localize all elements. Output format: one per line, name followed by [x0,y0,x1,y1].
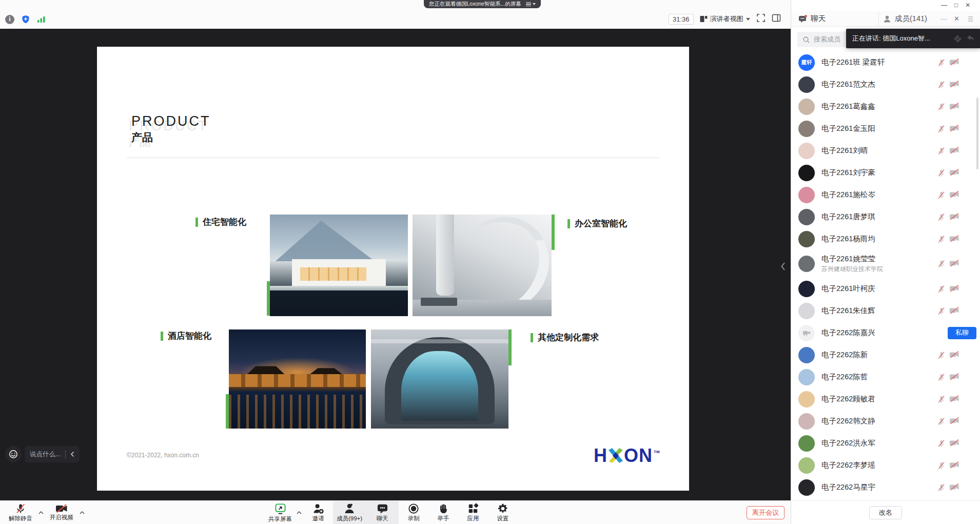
member-row[interactable]: 电子2261刘宇豪 [791,162,980,184]
camera-muted-icon[interactable] [949,190,959,199]
mic-muted-icon[interactable] [937,259,946,268]
panel-close-button[interactable]: ✕ [954,15,959,23]
mic-muted-icon[interactable] [937,351,946,360]
mic-muted-icon[interactable] [937,417,946,426]
mic-muted-icon[interactable] [937,395,946,404]
chat-button[interactable]: 聊天 [366,501,399,524]
mic-muted-icon[interactable] [937,483,946,492]
mic-muted-icon[interactable] [937,168,946,178]
camera-muted-icon[interactable] [949,306,959,315]
mic-muted-icon[interactable] [937,80,946,89]
camera-muted-icon[interactable] [949,146,959,154]
camera-muted-icon[interactable] [949,439,959,447]
member-row[interactable]: 电子2262陈哲 [791,366,980,388]
camera-muted-icon[interactable] [949,483,959,491]
member-row[interactable]: 电子2262韩文静 [791,410,980,432]
mic-muted-icon[interactable] [937,461,946,470]
camera-muted-icon[interactable] [949,373,959,381]
chat-bubble-icon [798,15,807,23]
chevron-left-icon[interactable] [70,451,74,457]
avatar [798,256,815,272]
minimize-button[interactable]: — [941,2,947,9]
member-row[interactable]: 电子2262陈新 [791,344,980,366]
camera-muted-icon[interactable] [949,395,959,403]
share-screen-icon [275,503,286,515]
camera-muted-icon[interactable] [949,235,959,243]
window-close-button[interactable]: ✕ [965,2,970,9]
camera-muted-icon[interactable] [949,80,959,88]
members-button[interactable]: 成员(99+) [333,501,366,524]
member-list-scrollbar[interactable] [976,98,978,169]
member-row[interactable]: 电子2261姚莹莹 苏州健雄职业技术学院 [791,250,980,278]
banner-menu-button[interactable] [526,2,536,7]
mic-muted-icon[interactable] [937,124,946,133]
scrollbar-handle-icon[interactable] [968,16,973,22]
member-row[interactable]: 电子2262李梦瑶 [791,454,980,476]
mic-muted-icon[interactable] [937,284,946,294]
member-row[interactable]: 电子2261唐梦琪 [791,206,980,228]
camera-muted-icon[interactable] [949,102,959,110]
private-chat-button[interactable]: 私聊 [948,327,976,339]
side-panel-toggle-icon[interactable] [772,14,781,24]
panel-collapse-handle[interactable] [780,262,786,273]
camera-muted-icon[interactable] [949,284,959,293]
camera-muted-icon[interactable] [949,124,959,132]
start-video-button[interactable]: 开启视频 [45,501,78,524]
shield-icon[interactable] [21,14,30,24]
mic-muted-icon[interactable] [937,102,946,111]
maximize-button[interactable]: □ [954,2,958,9]
camera-muted-icon[interactable] [949,461,959,469]
mute-options-chevron[interactable] [37,501,45,524]
record-button[interactable]: 录制 [399,501,428,524]
fullscreen-icon[interactable] [756,13,766,25]
member-row[interactable]: 电子2261叶柯庆 [791,278,980,300]
mic-muted-icon[interactable] [937,212,946,222]
camera-muted-icon[interactable] [949,168,959,177]
member-row[interactable]: 霆轩 电子2261班 梁霆轩 [791,51,980,73]
mic-muted-icon[interactable] [937,190,946,200]
info-icon[interactable]: i [5,15,14,24]
settings-button[interactable]: 设置 [488,501,518,524]
mic-muted-icon[interactable] [937,146,946,156]
gear-icon [497,503,508,514]
raise-hand-button[interactable]: 举手 [428,501,458,524]
member-row[interactable]: 电子2262顾敏君 [791,388,980,410]
camera-muted-icon[interactable] [949,351,959,359]
leave-meeting-button[interactable]: 离开会议 [747,506,785,519]
member-name: 电子2261金玉阳 [821,124,937,133]
member-row[interactable]: 电子2261刘晴 [791,140,980,162]
share-options-chevron[interactable] [295,501,303,524]
camera-muted-icon[interactable] [949,417,959,425]
camera-muted-icon[interactable] [949,58,959,66]
member-row[interactable]: 电子2261葛鑫鑫 [791,95,980,118]
mic-muted-icon[interactable] [937,373,946,382]
member-name: 电子2262韩文静 [821,416,937,426]
chat-message-input[interactable]: 说点什么... [25,446,80,462]
mic-muted-icon[interactable] [937,439,946,448]
rename-button[interactable]: 改名 [869,506,902,519]
tab-members[interactable]: 成员(141) [878,11,940,26]
member-row[interactable]: 电子2261范文杰 [791,73,980,95]
video-options-chevron[interactable] [78,501,86,524]
camera-muted-icon[interactable] [949,212,959,221]
share-screen-button[interactable]: 共享屏幕 [265,501,295,524]
invite-button[interactable]: 邀请 [303,501,333,524]
member-row[interactable]: 电子2261施松岑 [791,184,980,206]
member-row[interactable]: 电子2261朱佳辉 [791,300,980,322]
unmute-button[interactable]: 解除静音 [4,501,37,524]
member-row[interactable]: 电子2261金玉阳 [791,118,980,140]
camera-muted-icon[interactable] [949,259,959,267]
member-row[interactable]: 电子2262陈嘉兴 私聊 [791,322,980,344]
emoji-button[interactable] [5,446,22,462]
member-row[interactable]: 电子2261杨雨均 [791,228,980,250]
panel-more-button[interactable]: ··· [940,15,947,23]
tab-chat[interactable]: 聊天 [791,11,878,26]
mic-muted-icon[interactable] [937,306,946,316]
view-mode-dropdown[interactable]: 演讲者视图 [700,14,750,24]
apps-button[interactable]: 应用 [458,501,488,524]
member-row[interactable]: 电子2262马星宇 [791,476,980,498]
mic-muted-icon[interactable] [937,235,946,244]
signal-icon[interactable] [36,14,46,24]
member-row[interactable]: 电子2262洪永军 [791,432,980,454]
mic-muted-icon[interactable] [937,58,946,67]
